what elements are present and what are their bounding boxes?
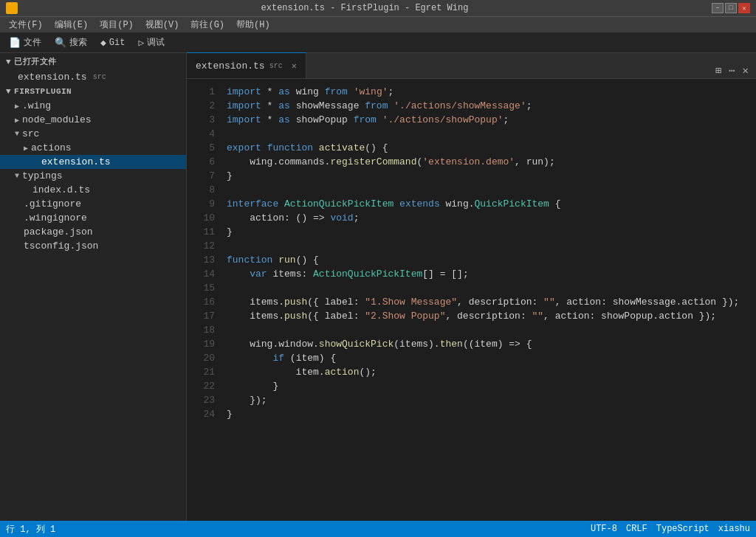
toolbar-icon: ▷	[138, 37, 144, 49]
app-icon	[6, 2, 18, 14]
code-token: as	[278, 114, 290, 125]
toolbar-item-Git[interactable]: ◆Git	[97, 35, 128, 50]
code-token: from	[365, 100, 388, 111]
code-token: ;	[354, 212, 360, 224]
code-line	[224, 183, 756, 197]
code-token: [] = [];	[422, 268, 468, 280]
close-button[interactable]: ✕	[738, 3, 750, 13]
toolbar-label: 调试	[147, 36, 165, 49]
code-token: push	[284, 297, 307, 308]
sidebar-item-wingignore[interactable]: .wingignore	[0, 211, 186, 225]
code-token: , description:	[457, 297, 543, 308]
code-line	[224, 281, 756, 295]
menu-item-项目(P)[interactable]: 项目(P)	[94, 17, 140, 33]
code-line: function run() {	[224, 253, 756, 267]
code-token: }	[227, 409, 233, 420]
code-token: }	[227, 170, 233, 181]
code-token: if	[272, 353, 284, 364]
maximize-button[interactable]: □	[725, 3, 737, 13]
tree-item-label: package.json	[24, 226, 93, 238]
code-line	[224, 323, 756, 337]
code-token: });	[227, 395, 267, 406]
sidebar-item-typings[interactable]: ▼typings	[0, 169, 186, 183]
code-line: export function activate() {	[224, 141, 756, 155]
code-token: 'wing'	[354, 86, 388, 97]
tree-item-label: tsconfig.json	[24, 240, 98, 252]
status-line-ending: CRLF	[626, 524, 647, 534]
editor-tab[interactable]: extension.ts src ✕	[187, 52, 306, 78]
code-line: if (item) {	[224, 351, 756, 365]
sidebar-item-wing[interactable]: ▶.wing	[0, 99, 186, 113]
code-token: , action: showMessage.action });	[555, 297, 740, 308]
tree-item-label: index.d.ts	[32, 184, 90, 195]
close-editor-icon[interactable]: ✕	[741, 63, 750, 78]
window-controls: – □ ✕	[712, 3, 750, 13]
line-number: 7	[187, 169, 215, 183]
sidebar: ▼ 已打开文件 extension.ts src ▼ FIRSTPLUGIN ▶…	[0, 53, 187, 521]
sidebar-item-extension_ts[interactable]: extension.ts	[0, 155, 186, 169]
toolbar-item-调试[interactable]: ▷调试	[135, 35, 168, 50]
code-token: import	[227, 100, 261, 111]
sidebar-item-src[interactable]: ▼src	[0, 127, 186, 141]
sidebar-project-header[interactable]: ▼ FIRSTPLUGIN	[0, 84, 186, 99]
code-line: wing.window.showQuickPick(items).then((i…	[224, 337, 756, 351]
line-number: 1	[187, 85, 215, 99]
code-token: ActionQuickPickItem	[284, 198, 394, 209]
menu-item-前往(G)[interactable]: 前往(G)	[185, 17, 230, 33]
code-token: *	[261, 114, 278, 125]
menu-item-文件(F)[interactable]: 文件(F)	[3, 17, 49, 33]
sidebar-item-actions[interactable]: ▶actions	[0, 141, 186, 155]
code-token: wing	[290, 86, 325, 97]
sidebar-open-file-item[interactable]: extension.ts src	[0, 70, 186, 84]
code-token: wing.commands.	[227, 156, 330, 167]
code-line	[224, 239, 756, 253]
code-line: var items: ActionQuickPickItem[] = [];	[224, 267, 756, 281]
sidebar-item-gitignore[interactable]: .gitignore	[0, 197, 186, 211]
menu-item-帮助(H)[interactable]: 帮助(H)	[230, 17, 276, 33]
minimize-button[interactable]: –	[712, 3, 724, 13]
more-actions-icon[interactable]: ⋯	[727, 63, 736, 78]
tree-item-label: typings	[22, 170, 63, 181]
tree-item-label: src	[22, 128, 39, 139]
code-token: void	[330, 212, 353, 224]
code-token: import	[227, 114, 261, 125]
split-editor-icon[interactable]: ⊞	[714, 63, 723, 78]
toolbar-item-文件[interactable]: 📄文件	[6, 35, 44, 50]
code-editor[interactable]: import * as wing from 'wing';import * as…	[224, 79, 756, 521]
code-token: items.	[227, 311, 284, 322]
tab-close-icon[interactable]: ✕	[292, 60, 297, 72]
code-token: *	[261, 100, 278, 111]
line-number: 14	[187, 267, 215, 281]
sidebar-open-files-header[interactable]: ▼ 已打开文件	[0, 53, 186, 70]
tree-item-label: .gitignore	[24, 198, 81, 209]
sidebar-item-index_d_ts[interactable]: index.d.ts	[0, 183, 186, 197]
toolbar-icon: ◆	[100, 37, 106, 49]
titlebar: extension.ts - FirstPlugin - Egret Wing …	[0, 0, 756, 16]
menu-item-视图(V)[interactable]: 视图(V)	[140, 17, 185, 33]
sidebar-item-tsconfig_json[interactable]: tsconfig.json	[0, 239, 186, 253]
line-number: 4	[187, 127, 215, 141]
line-number: 8	[187, 183, 215, 197]
menu-item-编辑(E)[interactable]: 编辑(E)	[49, 17, 94, 33]
toolbar-item-搜索[interactable]: 🔍搜索	[52, 35, 90, 50]
code-token: 'extension.demo'	[422, 156, 515, 167]
code-line: });	[224, 393, 756, 407]
line-number: 5	[187, 141, 215, 155]
editor-content: 123456789101112131415161718192021222324 …	[187, 79, 756, 521]
line-number: 12	[187, 239, 215, 253]
code-line: }	[224, 407, 756, 421]
line-number: 13	[187, 253, 215, 267]
sidebar-item-package_json[interactable]: package.json	[0, 225, 186, 239]
code-token: './actions/showPopup'	[382, 114, 504, 125]
line-number: 11	[187, 225, 215, 239]
code-token: (items).	[394, 339, 439, 350]
code-token: , run);	[515, 156, 555, 167]
line-number: 3	[187, 113, 215, 127]
project-label: FIRSTPLUGIN	[14, 87, 72, 96]
line-number: 16	[187, 295, 215, 309]
status-encoding: UTF-8	[591, 524, 617, 534]
sidebar-item-node_modules[interactable]: ▶node_modules	[0, 113, 186, 127]
code-token	[313, 142, 319, 153]
line-number: 9	[187, 197, 215, 211]
code-token: from	[325, 86, 348, 97]
